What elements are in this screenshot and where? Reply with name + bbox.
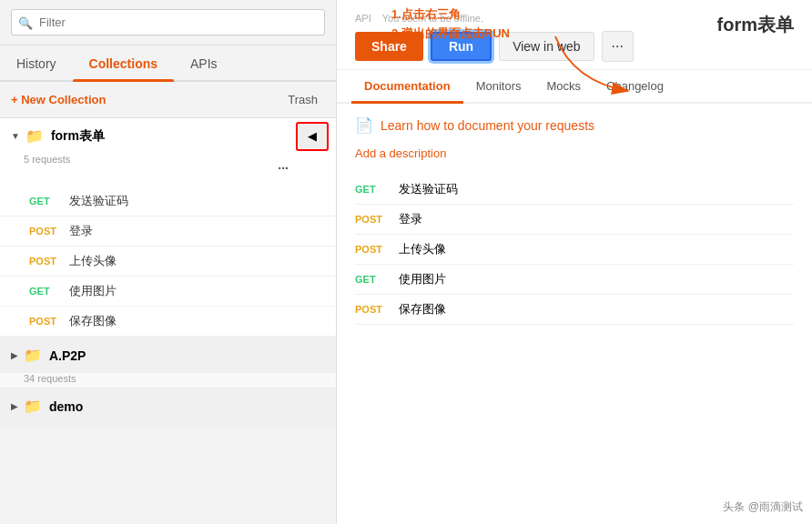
- method-badge-post: POST: [29, 256, 62, 267]
- folder-icon: 📁: [25, 127, 44, 145]
- collection-ap2p-name: A.P2P: [49, 348, 325, 363]
- doc-request-name: 使用图片: [399, 271, 446, 287]
- learn-link[interactable]: 📄 Learn how to document your requests: [355, 116, 794, 134]
- collection-demo-name: demo: [49, 399, 325, 414]
- method-badge-get: GET: [29, 196, 62, 207]
- arrow-highlight-button[interactable]: ◀: [296, 122, 329, 151]
- offline-notice: You seem to be offline.: [382, 13, 483, 24]
- collection-form-header[interactable]: ▼ 📁 form表单 ★ ◀: [0, 118, 336, 154]
- request-row[interactable]: POST 登录: [0, 217, 336, 247]
- doc-icon: 📄: [355, 116, 373, 134]
- view-in-web-button[interactable]: View in web: [499, 32, 594, 61]
- doc-request-name: 保存图像: [399, 301, 446, 317]
- collection-title-area: form表单: [717, 13, 794, 37]
- right-tabs: Documentation Monitors Mocks Changelog: [337, 70, 812, 104]
- doc-request-row[interactable]: POST 上传头像: [355, 235, 794, 265]
- doc-request-name: 上传头像: [399, 241, 446, 257]
- action-buttons: Share Run View in web ···: [355, 31, 634, 62]
- tab-mocks[interactable]: Mocks: [533, 70, 594, 102]
- request-row[interactable]: GET 发送验证码: [0, 186, 336, 217]
- method-badge-post: POST: [29, 316, 62, 327]
- search-input[interactable]: [11, 9, 325, 35]
- doc-requests-list: GET 发送验证码 POST 登录 POST 上传头像 GET 使用图片 POS…: [355, 175, 794, 325]
- folder-icon: 📁: [24, 347, 42, 364]
- tab-documentation[interactable]: Documentation: [351, 70, 463, 102]
- collection-title: form表单: [717, 13, 794, 37]
- request-row[interactable]: POST 上传头像: [0, 247, 336, 277]
- right-panel: 1.点击右三角 2.弹出的界面点击RUN API You seem to be …: [337, 0, 812, 524]
- tab-apis[interactable]: APIs: [174, 45, 234, 80]
- collection-demo: ▶ 📁 demo: [0, 388, 336, 425]
- collapse-arrow-icon: ▶: [11, 401, 18, 411]
- request-row[interactable]: GET 使用图片: [0, 277, 336, 307]
- tab-collections[interactable]: Collections: [73, 45, 174, 80]
- left-panel: 🔍 History Collections APIs + New Collect…: [0, 0, 337, 524]
- doc-request-row[interactable]: GET 发送验证码: [355, 175, 794, 205]
- collapse-arrow-icon: ▼: [11, 131, 20, 141]
- share-button[interactable]: Share: [355, 32, 423, 61]
- form-requests-count: 5 requests: [24, 154, 336, 168]
- more-options-button[interactable]: ···: [602, 31, 634, 62]
- search-wrapper: 🔍: [11, 9, 325, 35]
- doc-request-name: 发送验证码: [399, 181, 458, 197]
- search-bar: 🔍: [0, 0, 336, 45]
- request-row[interactable]: POST 保存图像: [0, 307, 336, 337]
- new-collection-button[interactable]: + New Collection: [11, 93, 106, 106]
- form-requests-list: GET 发送验证码 POST 登录 POST 上传头像 GET 使用图片 POS…: [0, 186, 336, 337]
- collections-list: ▼ 📁 form表单 ★ ◀ 5 requests ··· GET 发送验证码 …: [0, 118, 336, 524]
- collapse-arrow-icon: ▶: [11, 350, 18, 360]
- ap2p-requests-count: 34 requests: [24, 373, 336, 388]
- tab-changelog[interactable]: Changelog: [594, 70, 676, 102]
- collection-form-name: form表单: [51, 128, 308, 145]
- doc-method-badge-get: GET: [355, 184, 391, 195]
- request-name: 发送验证码: [69, 193, 128, 209]
- request-name: 保存图像: [69, 313, 117, 329]
- collection-demo-header[interactable]: ▶ 📁 demo: [0, 388, 336, 424]
- collection-ap2p: ▶ 📁 A.P2P 34 requests: [0, 338, 336, 388]
- left-tabs-bar: History Collections APIs: [0, 45, 336, 82]
- doc-method-badge-post: POST: [355, 304, 391, 315]
- search-icon: 🔍: [18, 15, 33, 29]
- method-badge-get: GET: [29, 286, 62, 297]
- add-description-link[interactable]: Add a description: [355, 146, 794, 160]
- tab-monitors[interactable]: Monitors: [463, 70, 534, 102]
- request-name: 登录: [69, 223, 93, 239]
- collection-ap2p-header[interactable]: ▶ 📁 A.P2P: [0, 338, 336, 373]
- doc-request-row[interactable]: GET 使用图片: [355, 265, 794, 295]
- doc-request-row[interactable]: POST 登录: [355, 205, 794, 235]
- header-left: API You seem to be offline. Share Run Vi…: [355, 13, 634, 62]
- folder-icon: 📁: [24, 398, 42, 415]
- right-header: API You seem to be offline. Share Run Vi…: [337, 0, 812, 70]
- doc-method-badge-post: POST: [355, 244, 391, 255]
- api-label: API: [355, 13, 371, 24]
- doc-method-badge-get: GET: [355, 274, 391, 285]
- request-name: 使用图片: [69, 283, 117, 299]
- tab-history[interactable]: History: [0, 45, 73, 80]
- doc-content: 📄 Learn how to document your requests Ad…: [337, 104, 812, 524]
- doc-request-name: 登录: [399, 211, 422, 227]
- request-name: 上传头像: [69, 253, 117, 269]
- collections-toolbar: + New Collection Trash: [0, 82, 336, 118]
- collection-form-more-button[interactable]: ···: [278, 161, 289, 176]
- doc-method-badge-post: POST: [355, 214, 391, 225]
- run-button[interactable]: Run: [431, 32, 492, 61]
- doc-request-row[interactable]: POST 保存图像: [355, 295, 794, 325]
- learn-link-text: Learn how to document your requests: [381, 118, 594, 133]
- collection-form: ▼ 📁 form表单 ★ ◀ 5 requests ··· GET 发送验证码 …: [0, 118, 336, 338]
- trash-button[interactable]: Trash: [280, 89, 325, 110]
- method-badge-post: POST: [29, 226, 62, 237]
